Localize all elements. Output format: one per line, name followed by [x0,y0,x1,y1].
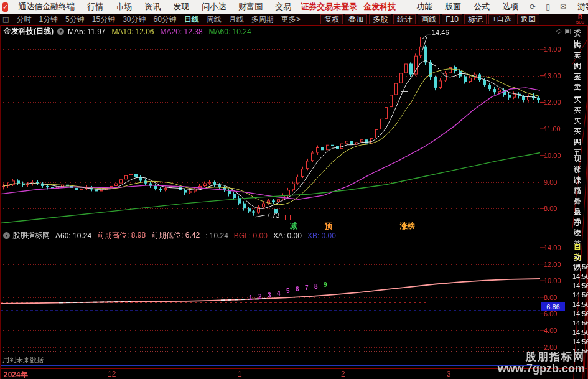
tick-time-0[interactable]: 14:56 [572,263,588,271]
menu-right-item-1[interactable]: 版面 [439,1,467,12]
menu-right-item-2[interactable]: 公式 [467,1,496,12]
timeline-month-3[interactable]: 3 [447,370,451,378]
period-tab-2[interactable]: 5分钟 [62,14,88,25]
toolbar-button-8[interactable]: 返回 [517,14,539,24]
toolbar-button-1[interactable]: 叠加 [345,14,367,24]
period-tab-4[interactable]: 30分钟 [119,14,149,25]
toolbar-button-0[interactable]: 复权 [320,14,343,24]
toolbar-button-3[interactable]: 统计 [393,14,416,24]
main-yaxis-label-6: 8.00 [544,205,567,212]
menu-item-4[interactable]: 发现 [167,1,195,12]
menu-right-item-0[interactable]: 功能 [410,1,439,12]
ma-label-3: MA60: 10.24 [209,27,251,36]
toolbar-button-7[interactable]: +自选 [488,14,515,24]
ma-label-0: MA5: 11.97 [68,27,105,36]
trade-login-status[interactable]: 证券交易未登录 [297,1,360,12]
tick-time-7[interactable]: 14:56 [572,329,588,336]
indicator-field-5: BGL: 0.00 [234,232,268,240]
chart-title-row: 金发科技(日线) ▾ MA5: 11.97MA10: 12.06MA20: 12… [4,26,258,37]
indicator-field-4: : 10.24 [205,232,228,240]
timeline-month-1[interactable]: 1 [238,370,242,378]
period-tab-1[interactable]: 1分钟 [35,14,62,25]
main-yaxis-label-4: 10.00 [544,152,567,159]
indicator-field-1: A60: 10.24 [55,232,91,240]
menubar-left: 通达信金融终端行情市场资讯发现问小达财富圈交易 [12,1,297,12]
toolbar-button-5[interactable]: F10 [442,14,462,24]
event-badge-2[interactable]: 涨榜 [400,221,415,232]
period-tab-8[interactable]: 月线 [225,14,248,25]
sub-number-6: 7 [305,284,309,291]
menu-item-0[interactable]: 通达信金融终端 [12,1,81,12]
indicator-field-2: 前期高位: 8.98 [97,230,146,241]
refresh-icon[interactable]: ⟳ [525,2,541,11]
guest-label[interactable]: 游客 [571,1,588,12]
tick-time-8[interactable]: 14:56 [572,338,588,345]
period-tabs: 分时1分钟5分钟15分钟30分钟60分钟日线周线月线多周期更多> [12,14,304,25]
menu-item-7[interactable]: 交易 [269,1,297,12]
timeline-year-label: 2024年 [4,370,28,379]
main-yaxis-label-3: 11.00 [544,125,567,133]
sub-yaxis-label-1: 12.00 [544,261,567,268]
tick-time-1[interactable]: 14:56 [572,273,588,280]
ma-value-labels: MA5: 11.97MA10: 12.06MA20: 12.38MA60: 10… [68,27,258,36]
period-tab-5[interactable]: 60分钟 [150,14,180,25]
tick-time-3[interactable]: 14:56 [572,291,588,299]
sub-number-8: 9 [324,281,327,288]
buy-marker-square [274,209,278,213]
sub-number-4: 5 [286,288,290,294]
window-split-icon[interactable]: ▣ [564,27,571,35]
tick-time-4[interactable]: 14:56 [572,301,588,308]
menu-item-5[interactable]: 问小达 [195,1,232,12]
tick-time-2[interactable]: 14:56 [572,282,588,289]
timeline-month-0[interactable]: 12 [108,370,116,378]
chart-title[interactable]: 金发科技(日线) [4,26,54,37]
period-tab-10[interactable]: 更多> [278,14,304,25]
indicator-field-3: 前期低位: 6.42 [151,230,200,241]
ma-label-2: MA20: 12.38 [161,27,203,36]
indicator-field-7: XB: 0.00 [307,232,336,240]
candlestick-chart-canvas[interactable] [0,25,588,379]
tick-time-6[interactable]: 14:56 [572,319,588,327]
indicator-chevron-icon[interactable]: ▾ [3,232,10,239]
main-yaxis-label-0: 14.00 [544,45,567,53]
toolbar-button-6[interactable]: 标记 [464,14,487,24]
sub-number-5: 6 [296,286,299,292]
period-toolbar: ◫ 分时1分钟5分钟15分钟30分钟60分钟日线周线月线多周期更多> 复权叠加多… [0,14,588,26]
sidebar-toggle-badge[interactable]: R 500 [576,15,584,25]
toolbar-button-4[interactable]: 画线 [418,14,440,24]
toolbar-button-2[interactable]: 多股 [369,14,391,24]
timeline-month-2[interactable]: 2 [341,370,345,378]
menu-item-2[interactable]: 市场 [110,1,138,12]
high-annotation: 14.46 [432,29,449,36]
mail-icon[interactable]: ✉ [555,2,571,11]
future-data-warning: 用到未来数据 [2,355,44,365]
sub-number-0: 1 [249,294,253,301]
ma-label-1: MA10: 12.06 [111,27,154,36]
period-tab-6[interactable]: 日线 [180,14,203,25]
sub-yaxis-label-5: 4.00 [544,327,567,334]
period-tab-9[interactable]: 多周期 [248,14,278,25]
period-tab-7[interactable]: 周线 [203,14,225,25]
menu-item-1[interactable]: 行情 [81,1,110,12]
chevron-down-icon[interactable]: ▾ [57,28,64,35]
sub-number-7: 8 [314,283,318,290]
event-badge-1[interactable]: 预 [325,221,332,232]
indicator-field-6: XA: 0.00 [273,232,302,240]
event-badge-0[interactable]: 减 [290,221,297,232]
main-yaxis-label-2: 12.00 [544,98,567,106]
tick-time-5[interactable]: 14:56 [572,310,588,317]
menu-right-item-3[interactable]: 选项 [496,1,525,12]
sub-number-2: 3 [268,292,271,299]
period-tab-0[interactable]: 分时 [12,14,35,25]
diamond-tool-icon[interactable]: ◇ [556,27,561,35]
window-layout-icon[interactable]: ◫ [2,16,9,24]
period-tab-3[interactable]: 15分钟 [88,14,119,25]
watermark: 股朋指标网 www.7gpzb.com [498,351,585,375]
menu-item-3[interactable]: 资讯 [138,1,167,12]
indicator-field-0: 股朋指标网 [12,230,50,241]
menu-item-6[interactable]: 财富圈 [232,1,269,12]
current-stock-name[interactable]: 金发科技 [360,1,399,12]
app-logo-icon: ✓ [2,2,8,12]
mobile-icon[interactable]: ▯ [541,2,555,11]
dash-marker-2: — [55,215,62,223]
